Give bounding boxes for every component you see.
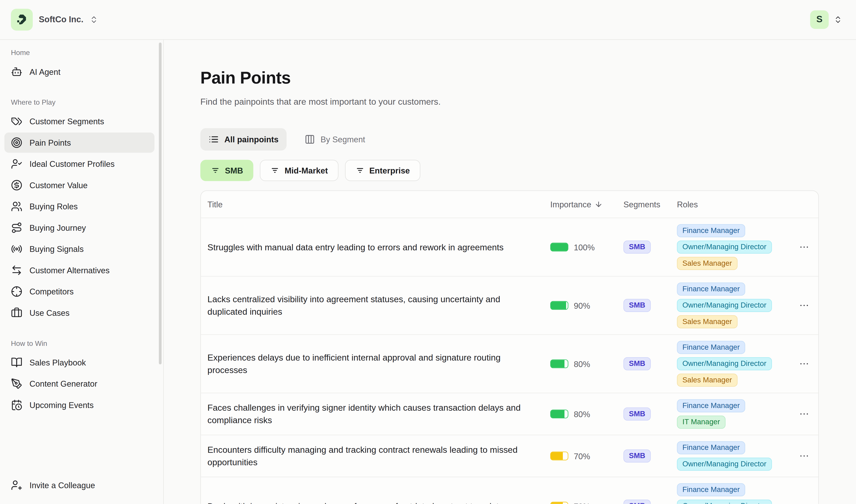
sidebar-scrollbar[interactable]: [159, 42, 161, 364]
table-row[interactable]: Struggles with manual data entry leading…: [201, 218, 818, 276]
sidebar-item-invite-a-colleague[interactable]: Invite a Colleague: [4, 475, 154, 495]
roles-cell: Finance ManagerIT Manager: [677, 399, 790, 429]
sidebar-item-customer-value[interactable]: Customer Value: [4, 175, 154, 195]
importance-cell: 80%: [550, 359, 623, 368]
chevrons-up-down-icon[interactable]: [89, 15, 98, 24]
calendar-clock-icon: [11, 399, 22, 411]
ellipsis-icon: [799, 242, 810, 253]
sidebar-item-sales-playbook[interactable]: Sales Playbook: [4, 352, 154, 373]
pen-tool-icon: [11, 378, 22, 389]
row-actions-button[interactable]: [790, 451, 818, 462]
table-row[interactable]: Experiences delays due to inefficient in…: [201, 335, 818, 393]
ellipsis-icon: [799, 409, 810, 419]
role-badge: Finance Manager: [677, 283, 745, 296]
crosshair-icon: [11, 286, 22, 297]
page-subtitle: Find the painpoints that are most import…: [201, 97, 856, 107]
sidebar-item-label: Buying Journey: [30, 223, 86, 233]
sidebar-item-customer-alternatives[interactable]: Customer Alternatives: [4, 260, 154, 281]
importance-cell: 70%: [550, 502, 623, 504]
row-actions-button[interactable]: [790, 242, 818, 253]
columns-icon: [305, 134, 315, 145]
app-body: Home AI Agent Where to Play Customer Seg…: [0, 40, 856, 504]
workspace-switcher[interactable]: SoftCo Inc.: [11, 9, 98, 31]
row-actions-button[interactable]: [790, 300, 818, 311]
column-header-roles[interactable]: Roles: [677, 200, 790, 209]
column-header-importance[interactable]: Importance: [550, 200, 623, 209]
briefcase-icon: [11, 307, 22, 319]
sidebar-item-buying-roles[interactable]: Buying Roles: [4, 196, 154, 217]
tab-all-painpoints[interactable]: All painpoints: [201, 128, 287, 150]
segment-filters: SMB Mid-Market Enterprise: [201, 160, 856, 181]
sidebar-item-label: Pain Points: [30, 138, 71, 147]
table-row[interactable]: Deals with inconsistencies and errors fr…: [201, 477, 818, 504]
role-badge: IT Manager: [677, 416, 725, 429]
role-badge: Owner/Managing Director: [677, 357, 772, 371]
role-badge: Owner/Managing Director: [677, 500, 772, 504]
importance-pill: [550, 301, 568, 310]
table-row[interactable]: Encounters difficulty managing and track…: [201, 435, 818, 477]
importance-cell: 70%: [550, 451, 623, 461]
tab-by-segment[interactable]: By Segment: [296, 128, 373, 150]
sidebar-item-label: Upcoming Events: [30, 400, 93, 410]
sidebar-item-upcoming-events[interactable]: Upcoming Events: [4, 395, 154, 415]
sidebar-item-label: Customer Value: [30, 181, 88, 190]
sidebar-item-pain-points[interactable]: Pain Points: [4, 132, 154, 153]
segments-cell: SMB: [623, 357, 677, 371]
avatar[interactable]: S: [810, 11, 828, 29]
filter-chip-mid-market[interactable]: Mid-Market: [260, 160, 338, 181]
sidebar-item-ideal-customer-profiles[interactable]: Ideal Customer Profiles: [4, 154, 154, 174]
sidebar-item-customer-segments[interactable]: Customer Segments: [4, 111, 154, 132]
segments-cell: SMB: [623, 449, 677, 463]
segment-badge: SMB: [623, 500, 651, 504]
filter-icon: [355, 166, 364, 175]
table-row[interactable]: Faces challenges in verifying signer ide…: [201, 393, 818, 435]
sidebar-item-buying-signals[interactable]: Buying Signals: [4, 239, 154, 259]
importance-pill: [550, 359, 568, 368]
ellipsis-icon: [799, 451, 810, 462]
column-header-title[interactable]: Title: [207, 200, 550, 209]
table-header-row: Title Importance Segments Roles: [201, 191, 818, 218]
sidebar-item-label: Competitors: [30, 287, 73, 296]
painpoints-table: Title Importance Segments Roles Struggle…: [201, 191, 819, 504]
importance-percent: 80%: [574, 359, 590, 368]
filter-label: Enterprise: [370, 166, 410, 175]
user-check-icon: [11, 158, 22, 169]
row-actions-button[interactable]: [790, 358, 818, 369]
sidebar-item-competitors[interactable]: Competitors: [4, 282, 154, 302]
filter-chip-smb[interactable]: SMB: [201, 160, 254, 181]
painpoint-title: Struggles with manual data entry leading…: [207, 241, 550, 253]
sidebar-item-label: Content Generator: [30, 379, 97, 389]
book-open-icon: [11, 357, 22, 368]
chevrons-up-down-icon[interactable]: [834, 15, 842, 24]
view-tabs: All painpoints By Segment: [201, 128, 856, 150]
sidebar-section-label: Home: [11, 49, 163, 57]
row-actions-button[interactable]: [790, 501, 818, 504]
sidebar-item-buying-journey[interactable]: Buying Journey: [4, 218, 154, 238]
company-logo: [11, 9, 33, 31]
column-header-segments[interactable]: Segments: [623, 200, 677, 209]
bot-icon: [11, 66, 22, 77]
tab-label: All painpoints: [224, 135, 279, 144]
ellipsis-icon: [799, 300, 810, 311]
importance-pill: [550, 410, 568, 418]
painpoint-title: Lacks centralized visibility into agreem…: [207, 293, 550, 318]
filter-icon: [211, 166, 220, 175]
account-menu[interactable]: S: [810, 11, 842, 29]
sidebar-item-label: Buying Roles: [30, 202, 78, 211]
segments-cell: SMB: [623, 299, 677, 312]
importance-percent: 100%: [574, 242, 595, 252]
sidebar-item-use-cases[interactable]: Use Cases: [4, 303, 154, 323]
sidebar-item-ai-agent[interactable]: AI Agent: [4, 62, 154, 82]
table-row[interactable]: Lacks centralized visibility into agreem…: [201, 276, 818, 335]
role-badge: Sales Manager: [677, 316, 737, 328]
logo-glyph-icon: [15, 13, 29, 27]
page-title: Pain Points: [201, 68, 856, 88]
row-actions-button[interactable]: [790, 409, 818, 419]
ellipsis-icon: [799, 358, 810, 369]
target-icon: [11, 137, 22, 148]
sidebar-item-content-generator[interactable]: Content Generator: [4, 374, 154, 394]
importance-percent: 90%: [574, 301, 590, 310]
filter-chip-enterprise[interactable]: Enterprise: [345, 160, 420, 181]
sort-desc-icon[interactable]: [595, 200, 603, 209]
importance-percent: 80%: [574, 409, 590, 419]
